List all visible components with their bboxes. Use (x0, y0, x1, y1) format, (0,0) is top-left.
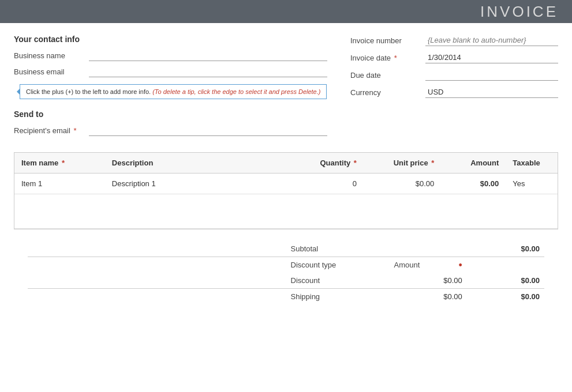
items-table-header-row: Item name * Description Quantity * Unit … (14, 153, 558, 174)
col-taxable: Taxable (506, 153, 558, 174)
currency-input[interactable] (425, 86, 558, 98)
discount-amount-label: Amount • (390, 257, 467, 273)
business-email-row: Business email (14, 66, 327, 77)
currency-row: Currency (350, 86, 558, 98)
business-email-label: Business email (14, 67, 89, 76)
totals-table: Subtotal $0.00 Discount type Amount • (28, 241, 544, 304)
invoice-number-row: Invoice number (350, 35, 558, 46)
items-table-body: Item 1 Description 1 0 $0.00 $0.00 Yes (14, 174, 558, 229)
col-unit-price: Unit price * (364, 153, 441, 174)
right-column: Invoice number Invoice date * Due date (350, 35, 558, 141)
business-name-row: Business name (14, 50, 327, 61)
shipping-row: Shipping $0.00 $0.00 (28, 289, 544, 305)
send-to-section: Send to Recipient's email * (14, 110, 327, 136)
cell-quantity: 0 (286, 174, 363, 194)
left-column: Your contact info Business name Business… (14, 35, 327, 141)
recipient-email-label: Recipient's email * (14, 126, 89, 135)
item-name-required: * (62, 159, 65, 167)
cell-taxable: Yes (506, 174, 558, 194)
due-date-row: Due date (350, 69, 558, 81)
cell-description: Description 1 (105, 174, 286, 194)
col-description: Description (105, 153, 286, 174)
items-section: Item name * Description Quantity * Unit … (14, 152, 558, 229)
subtotal-label: Subtotal (286, 241, 390, 257)
table-row: Item 1 Description 1 0 $0.00 $0.00 Yes (14, 174, 558, 194)
tooltip-box: Click the plus (+) to the left to add mo… (20, 84, 327, 99)
invoice-number-input[interactable] (425, 35, 558, 46)
business-name-label: Business name (14, 51, 89, 60)
shipping-total: $0.00 (467, 289, 544, 305)
discount-type-spacer (28, 257, 286, 273)
items-table-header: Item name * Description Quantity * Unit … (14, 153, 558, 174)
contact-info-title: Your contact info (14, 35, 327, 44)
col-item-name: Item name * (14, 153, 105, 174)
col-quantity: Quantity * (286, 153, 363, 174)
col-amount: Amount (441, 153, 506, 174)
cell-unit-price: $0.00 (364, 174, 441, 194)
subtotal-empty (390, 241, 467, 257)
top-section: Your contact info Business name Business… (14, 35, 558, 141)
invoice-date-row: Invoice date * (350, 52, 558, 63)
discount-dot: • (458, 259, 462, 272)
shipping-value: $0.00 (390, 289, 467, 305)
discount-type-empty (467, 257, 544, 273)
discount-type-row: Discount type Amount • (28, 257, 544, 273)
unit-price-required: * (431, 159, 434, 167)
discount-row: Discount $0.00 $0.00 (28, 273, 544, 289)
invoice-number-label: Invoice number (350, 36, 425, 45)
subtotal-spacer (28, 241, 286, 257)
discount-total: $0.00 (467, 273, 544, 289)
business-email-input[interactable] (89, 66, 327, 77)
cell-item-name: Item 1 (14, 174, 105, 194)
invoice-date-input[interactable] (425, 52, 558, 63)
page-title: INVOICE (480, 3, 558, 21)
subtotal-value: $0.00 (467, 241, 544, 257)
quantity-required: * (354, 159, 357, 167)
items-table: Item name * Description Quantity * Unit … (14, 153, 558, 229)
shipping-label: Shipping (286, 289, 390, 305)
main-content: Your contact info Business name Business… (0, 23, 572, 316)
discount-type-label: Discount type (286, 257, 390, 273)
discount-spacer (28, 273, 286, 289)
business-name-input[interactable] (89, 50, 327, 61)
subtotal-row: Subtotal $0.00 (28, 241, 544, 257)
tooltip-tip-text: (To delete a tip, click the edge to sele… (152, 88, 320, 95)
recipient-email-input[interactable] (89, 125, 327, 136)
due-date-label: Due date (350, 71, 425, 80)
recipient-email-row: Recipient's email * (14, 125, 327, 136)
invoice-date-required: * (394, 54, 397, 62)
shipping-spacer (28, 289, 286, 305)
invoice-page: INVOICE Your contact info Business name … (0, 0, 572, 392)
due-date-input[interactable] (425, 69, 558, 81)
invoice-date-label: Invoice date * (350, 54, 425, 62)
tooltip-container: Click the plus (+) to the left to add mo… (20, 82, 327, 104)
cell-amount: $0.00 (441, 174, 506, 194)
send-to-title: Send to (14, 110, 327, 119)
tooltip-main-text: Click the plus (+) to the left to add mo… (26, 88, 151, 95)
currency-label: Currency (350, 88, 425, 97)
totals-section: Subtotal $0.00 Discount type Amount • (14, 241, 558, 304)
discount-value: $0.00 (390, 273, 467, 289)
required-star: * (73, 126, 76, 135)
table-empty-row (14, 194, 558, 229)
header-bar: INVOICE (0, 0, 572, 23)
discount-label: Discount (286, 273, 390, 289)
